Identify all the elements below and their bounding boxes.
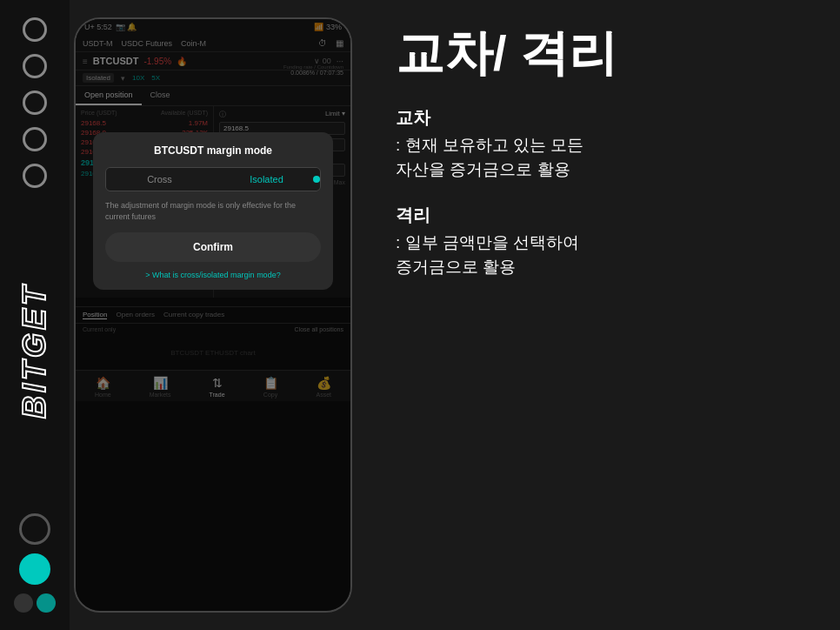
- margin-mode-modal: BTCUSDT margin mode Cross Isolated The a…: [93, 132, 333, 290]
- modal-overlay: [76, 19, 350, 611]
- right-content: 교차/ 격리 교차 : 현재 보유하고 있는 모든자산을 증거금으로 활용 격리…: [361, 0, 840, 630]
- phone-mockup: U+ 5:52 📷 🔔 📶 33% USDT-M USDC Futures Co…: [74, 17, 352, 613]
- tab-isolated[interactable]: Isolated: [213, 168, 320, 191]
- circle-5: [23, 164, 47, 188]
- modal-description: The adjustment of margin mode is only ef…: [105, 200, 321, 222]
- modal-link[interactable]: > What is cross/isolated margin mode?: [105, 271, 321, 279]
- tab-cross[interactable]: Cross: [106, 168, 213, 191]
- bitget-logo: BITGET: [17, 283, 53, 419]
- isolated-desc: : 일부 금액만을 선택하여증거금으로 활용: [396, 231, 805, 280]
- cross-term: 교차: [396, 106, 805, 130]
- confirm-button[interactable]: Confirm: [105, 232, 321, 262]
- circle-large: [19, 513, 50, 545]
- modal-title: BTCUSDT margin mode: [105, 144, 321, 157]
- cross-desc: : 현재 보유하고 있는 모든자산을 증거금으로 활용: [396, 133, 805, 183]
- left-sidebar: BITGET: [0, 0, 70, 630]
- cross-description-block: 교차 : 현재 보유하고 있는 모든자산을 증거금으로 활용: [396, 106, 805, 183]
- phone-inner: U+ 5:52 📷 🔔 📶 33% USDT-M USDC Futures Co…: [76, 19, 350, 611]
- circle-pair: [14, 593, 56, 613]
- circle-4: [23, 127, 47, 151]
- circles-top: [23, 17, 47, 188]
- isolated-description-block: 격리 : 일부 금액만을 선택하여증거금으로 활용: [396, 204, 805, 280]
- page-title: 교차/ 격리: [396, 26, 805, 80]
- circle-teal: [19, 553, 50, 585]
- circle-1: [23, 17, 47, 42]
- modal-tabs: Cross Isolated: [105, 167, 321, 191]
- circles-bottom: [14, 513, 56, 613]
- circle-2: [23, 54, 47, 78]
- circle-small-left: [14, 593, 33, 613]
- isolated-term: 격리: [396, 204, 805, 227]
- circle-small-right: [37, 593, 56, 613]
- circle-3: [23, 90, 47, 115]
